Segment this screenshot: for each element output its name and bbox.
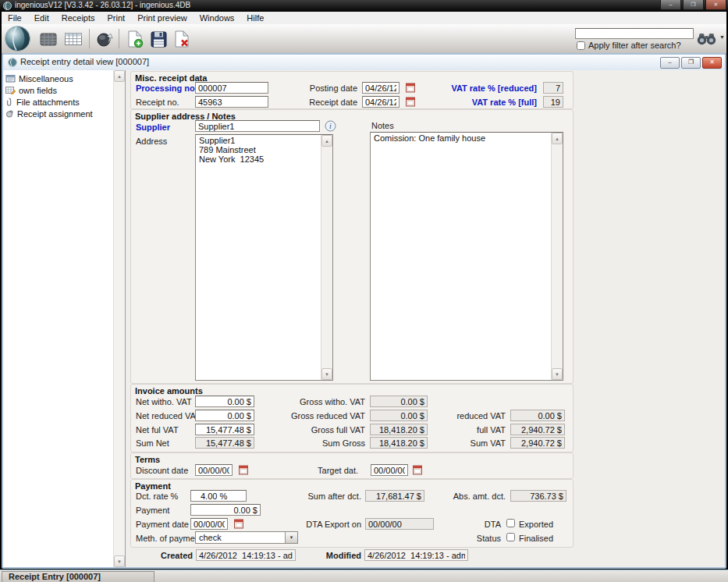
discount-date-label: Discount date [136, 466, 188, 476]
maximize-button[interactable]: ❐ [683, 0, 704, 10]
scroll-down-button[interactable]: ▼ [552, 368, 563, 380]
apply-filter-label: Apply filter after search? [588, 41, 681, 51]
dct-rate-field[interactable] [190, 490, 247, 502]
new-record-button[interactable] [124, 28, 146, 50]
supplier-field[interactable] [195, 120, 320, 132]
target-date-field[interactable] [371, 464, 408, 476]
vat-full-field[interactable] [543, 96, 563, 108]
child-maximize-button[interactable]: ❐ [681, 57, 701, 69]
menu-item-print-preview[interactable]: Print preview [131, 13, 194, 23]
vat-reduced-field[interactable] [543, 82, 563, 94]
notes-scrollbar[interactable]: ▲ ▼ [551, 133, 563, 380]
child-close-button[interactable]: ✕ [702, 57, 722, 69]
delete-record-icon [174, 30, 190, 48]
vat-full-label: VAT rate % [full] [389, 98, 537, 108]
sidebar-item-miscellaneous[interactable]: Miscellaneous [5, 73, 111, 84]
status-finalised-checkbox[interactable] [506, 533, 515, 541]
save-record-button[interactable] [147, 28, 169, 50]
app-icon [3, 2, 12, 10]
payment-field[interactable] [190, 504, 261, 516]
close-button[interactable]: ✕ [705, 0, 726, 10]
combo-arrow-icon: ▼ [285, 532, 297, 543]
sum-vat-field[interactable] [510, 437, 565, 449]
calendar-icon[interactable] [413, 464, 423, 475]
menu-item-hilfe[interactable]: Hilfe [240, 13, 270, 23]
menu-item-edit[interactable]: Edit [28, 13, 55, 23]
section-invoice-amounts: Invoice amounts Net witho. VAT Gross wit… [130, 384, 574, 452]
search-input[interactable] [575, 28, 694, 39]
menu-item-file[interactable]: File [2, 13, 28, 23]
minimize-icon: – [668, 59, 671, 66]
supplier-info-button[interactable]: i [325, 120, 336, 132]
menu-item-receipts[interactable]: Receipts [55, 13, 101, 23]
maximize-icon: ❐ [688, 59, 694, 66]
net-witho-vat-field[interactable] [195, 396, 254, 407]
section-title: Terms [135, 455, 160, 464]
discount-date-field[interactable] [195, 464, 233, 476]
dta-export-field[interactable] [365, 518, 434, 530]
scroll-down-button[interactable]: ▼ [114, 555, 125, 567]
status-finalised-label: Finalised [519, 534, 553, 544]
calendar-icon[interactable] [234, 518, 244, 529]
table-view-button[interactable] [62, 28, 84, 50]
sidebar-item-receipt-assignment[interactable]: Receipt assignment [5, 108, 111, 119]
gross-witho-vat-field[interactable] [370, 396, 428, 407]
target-date-label: Target dat. [287, 466, 358, 476]
receipt-detail-window: Receipt entry detail view [000007] – ❐ ✕… [2, 53, 726, 569]
address-textarea[interactable] [196, 135, 321, 380]
dta-exported-checkbox[interactable] [506, 519, 515, 527]
receipt-no-field[interactable] [195, 96, 268, 108]
full-vat-field[interactable] [510, 424, 565, 435]
scroll-up-button[interactable]: ▲ [321, 135, 332, 147]
modified-label: Modified [318, 551, 361, 561]
custom-fields-icon [5, 86, 16, 94]
section-misc-receipt-data: Misc. receipt data Processing no. Postin… [130, 71, 574, 109]
list-view-button[interactable] [37, 28, 59, 50]
apply-filter-checkbox[interactable] [577, 41, 585, 50]
dta-label: DTA [428, 520, 501, 530]
sum-vat-label: Sum VAT [401, 438, 506, 449]
payment-date-field[interactable] [190, 518, 228, 530]
sidebar-item-file-attachments[interactable]: File attachments [5, 96, 111, 108]
processing-no-field[interactable] [195, 82, 268, 94]
sidebar-item-own-fields[interactable]: own fields [5, 84, 111, 96]
net-reduced-vat-field[interactable] [195, 410, 254, 421]
net-full-vat-field[interactable] [195, 424, 254, 435]
address-scrollbar[interactable]: ▲ ▼ [321, 135, 332, 380]
arrow-up-icon: ▲ [117, 74, 122, 79]
receipt-no-label: Receipt no. [136, 98, 179, 108]
status-label: Status [428, 534, 501, 544]
scroll-up-button[interactable]: ▲ [552, 133, 563, 144]
sidebar-item-label: Receipt assignment [17, 109, 93, 119]
abs-amt-dct-label: Abs. amt. dct. [401, 492, 506, 502]
child-minimize-button[interactable]: – [660, 57, 680, 69]
delete-record-button[interactable] [171, 28, 193, 50]
reduced-vat-field[interactable] [510, 410, 565, 421]
abs-amt-dct-field[interactable] [510, 490, 566, 502]
menu-item-windows[interactable]: Windows [194, 13, 241, 23]
minimize-button[interactable]: – [660, 0, 681, 10]
created-label: Created [149, 551, 193, 561]
sidebar-item-label: Miscellaneous [19, 74, 73, 83]
sidebar-scrollbar[interactable]: ▲ ▼ [113, 70, 125, 567]
save-record-icon [151, 31, 167, 48]
modified-field [364, 549, 468, 561]
method-of-payment-select[interactable]: check ▼ [195, 531, 298, 544]
receipt-window-title: Receipt entry detail view [000007] [20, 57, 149, 66]
net-reduced-vat-label: Net reduced VAT [136, 411, 201, 421]
info-icon: i [329, 122, 332, 130]
sum-net-label: Sum Net [136, 438, 169, 449]
sum-net-field[interactable] [195, 437, 254, 449]
scroll-up-button[interactable]: ▲ [114, 70, 125, 82]
search-button[interactable] [694, 30, 718, 47]
calendar-icon[interactable] [239, 464, 249, 475]
sidebar-item-label: own fields [19, 86, 57, 95]
menu-item-print[interactable]: Print [101, 13, 132, 23]
refresh-button[interactable] [94, 28, 115, 50]
scroll-down-button[interactable]: ▼ [321, 368, 332, 380]
search-options-dropdown[interactable]: ▼ [719, 34, 725, 40]
notes-textarea[interactable] [371, 133, 551, 380]
gross-witho-vat-label: Gross witho. VAT [256, 397, 365, 407]
minimize-icon: – [669, 2, 673, 7]
titlebar: ingeniousV12 [V3.3.42 - 26.03.12] - inge… [0, 0, 728, 12]
